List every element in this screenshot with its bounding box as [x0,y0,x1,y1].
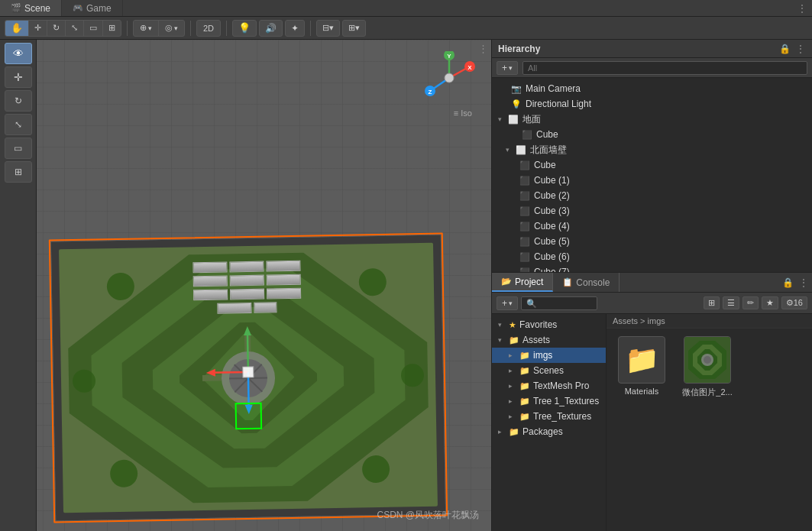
transform-gizmo [202,325,295,419]
rect-tool-btn[interactable]: ▭ [84,21,103,36]
overlay-btn[interactable]: ⊞▾ [342,20,366,37]
scale2-tool-btn[interactable]: ⤡ [5,114,32,135]
rotate-tool-btn[interactable]: ↻ [47,21,66,36]
hierarchy-item-cube-2[interactable]: ⬛ Cube (2) [492,188,812,203]
project-view-btn3[interactable]: ✏ [742,296,759,309]
asset-weixin-img[interactable]: 微信图片_2... [680,336,735,398]
asset-materials[interactable]: 📁 Materials [614,336,669,398]
packages-label: Packages [522,426,563,437]
rotate2-tool-btn[interactable]: ↻ [5,90,32,112]
hand-tool-btn[interactable]: ✋ [5,21,29,36]
project-imgs[interactable]: ▸ 📁 imgs [492,348,606,363]
hierarchy-header: Hierarchy 🔒 ⋮ [492,40,812,58]
hierarchy-item-cube-6[interactable]: ⬛ Cube (6) [492,249,812,264]
hierarchy-item-main-camera[interactable]: 📷 Main Camera [492,81,812,96]
project-tree1textures[interactable]: ▸ 📁 Tree 1_Textures [492,393,606,409]
scale-tool-btn[interactable]: ⤡ [66,21,84,36]
project-assets-item[interactable]: ▾ 📁 Assets [492,332,606,348]
2d-btn[interactable]: 2D [196,20,221,37]
cube-icon-2: ⬛ [519,160,530,170]
effects-btn[interactable]: ✦ [285,20,305,37]
project-favorites[interactable]: ▾ ★ Favorites [492,317,606,332]
hierarchy-item-directional-light[interactable]: 💡 Directional Light [492,96,812,112]
audio-btn[interactable]: 🔊 [259,20,283,37]
corner-dots: ⋮ [478,43,488,54]
project-textmeshpro[interactable]: ▸ 📁 TextMesh Pro [492,378,606,393]
hierarchy-content[interactable]: 📷 Main Camera 💡 Directional Light ▾ ⬜ 地面 [492,78,812,272]
hierarchy-item-cube-1[interactable]: ⬛ Cube (1) [492,173,812,188]
tab-project[interactable]: 📂 Project [492,273,553,292]
favorites-expand-icon: ▾ [498,321,506,329]
project-more-icon[interactable]: ⋮ [798,277,809,289]
eye-tool-btn[interactable]: 👁 [5,43,32,64]
scenes-label: Scenes [533,365,564,376]
tmp-folder-icon: 📁 [519,381,530,391]
main-camera-label: Main Camera [526,83,581,94]
scenes-folder-icon: 📁 [519,366,530,376]
maze-buildings [185,261,308,315]
hierarchy-item-ground[interactable]: ▾ ⬜ 地面 [492,112,812,127]
cube-5-label: Cube (5) [534,236,570,247]
transform-tool-btn[interactable]: ⊞ [103,21,121,36]
project-view-btn1[interactable]: ⊞ [704,296,720,309]
project-star-btn[interactable]: ★ [762,296,778,309]
favorites-star-icon: ★ [509,320,516,330]
toolbar-sep4 [310,21,311,36]
snap-tool-btn[interactable]: ⊞ [5,161,32,183]
tab-more-icon[interactable]: ⋮ [797,2,807,15]
pivot-btn[interactable]: ⊕ ▾ [134,21,159,36]
cube-icon-8: ⬛ [519,252,530,262]
hierarchy-item-cube-3[interactable]: ⬛ Cube (3) [492,203,812,219]
favorites-label: Favorites [519,319,557,330]
right-panel: Hierarchy 🔒 ⋮ + ▾ 📷 Main Camera [491,40,812,531]
tab-game-label: Game [86,3,112,14]
svg-marker-33 [244,326,251,335]
rect2-tool-btn[interactable]: ▭ [5,138,32,159]
project-count-btn[interactable]: ⚙16 [781,296,807,309]
hierarchy-item-cube-4[interactable]: ⬛ Cube (4) [492,219,812,234]
hierarchy-more-icon[interactable]: ⋮ [795,43,806,55]
project-view-btn2[interactable]: ☰ [723,296,739,309]
imgs-folder-icon: 📁 [519,351,530,361]
tab-game[interactable]: 🎮 Game [62,0,123,16]
console-tab-icon: 📋 [562,277,573,287]
move2-tool-btn[interactable]: ✛ [5,66,32,88]
cube-7-label: Cube (7) [534,267,570,272]
project-tab-label: Project [515,277,543,287]
project-search-input[interactable] [521,296,597,310]
hierarchy-panel: Hierarchy 🔒 ⋮ + ▾ 📷 Main Camera [492,40,812,273]
hierarchy-search-input[interactable] [522,61,807,75]
scene-maze-container [51,235,445,521]
hierarchy-item-cube-0[interactable]: ⬛ Cube [492,157,812,173]
cube-icon-7: ⬛ [519,237,530,247]
hierarchy-item-cube-7[interactable]: ⬛ Cube (7) [492,264,812,272]
tab-console[interactable]: 📋 Console [553,273,620,292]
project-add-btn[interactable]: + ▾ [497,296,518,310]
move-tool-btn[interactable]: ✛ [29,21,47,36]
project-lock-icon[interactable]: 🔒 [782,277,794,288]
project-treetextures[interactable]: ▸ 📁 Tree_Textures [492,409,606,424]
tt-expand-icon: ▸ [509,413,516,420]
scene-left-toolbar: 👁 ✛ ↻ ⤡ ▭ ⊞ [0,40,37,531]
shading-btn[interactable]: ⊟▾ [316,20,340,37]
hierarchy-item-north-wall[interactable]: ▾ ⬜ 北面墙壁 [492,142,812,157]
tab-scene[interactable]: 🎬 Scene [0,0,62,16]
project-scenes[interactable]: ▸ 📁 Scenes [492,363,606,378]
hierarchy-item-cube-5[interactable]: ⬛ Cube (5) [492,234,812,249]
hierarchy-lock-icon[interactable]: 🔒 [779,44,791,54]
global-btn[interactable]: ◎ ▾ [159,21,184,36]
toolbar-sep1 [127,21,128,36]
north-wall-obj-icon: ⬜ [516,145,526,155]
project-packages[interactable]: ▸ 📁 Packages [492,424,606,439]
hierarchy-item-dimian-cube[interactable]: ⬛ Cube [492,127,812,142]
hierarchy-add-btn[interactable]: + ▾ [497,61,518,75]
lighting-btn[interactable]: 💡 [232,20,257,37]
directional-light-label: Directional Light [526,99,591,109]
cube-icon-6: ⬛ [519,222,530,232]
assets-grid[interactable]: 📁 Materials [607,329,812,531]
tt-folder-icon: 📁 [519,412,530,422]
pivot-group: ⊕ ▾ ◎ ▾ [133,20,185,37]
scene-gizmo[interactable]: X Y Z [422,51,476,105]
scene-panel: 👁 ✛ ↻ ⤡ ▭ ⊞ X Y Z [0,40,491,531]
assets-label: Assets [522,335,550,345]
